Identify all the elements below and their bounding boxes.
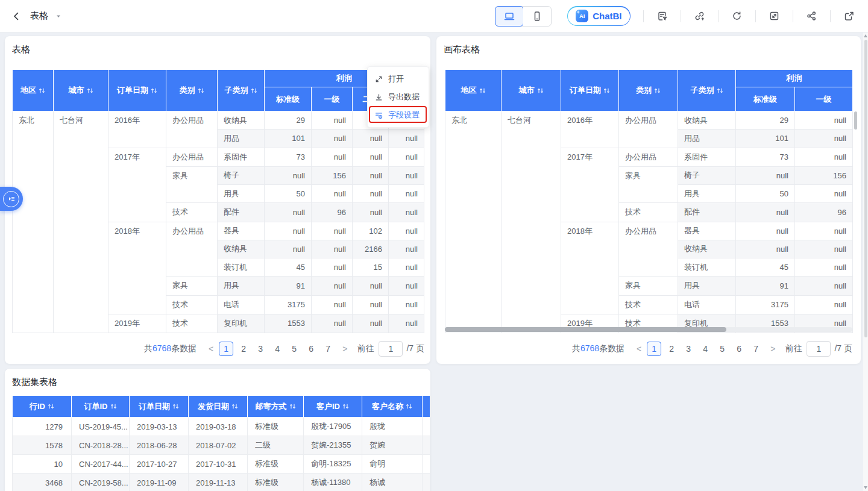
- pivot-value-cell: null: [389, 240, 424, 258]
- page-scrollbar[interactable]: [863, 33, 868, 491]
- page-scrollbar-thumb[interactable]: [864, 40, 867, 337]
- dataset-col-header[interactable]: 邮寄方式: [248, 396, 304, 418]
- dataset-cell: 二级: [248, 436, 304, 455]
- pivot-value-col-header[interactable]: 标准级: [265, 87, 312, 111]
- pivot-subcategory-cell: 配件: [218, 203, 265, 222]
- fullscreen-button[interactable]: [769, 10, 780, 22]
- pivot-col-header[interactable]: 订单日期: [561, 70, 619, 111]
- pivot-value-cell: null: [353, 295, 389, 314]
- menu-item-field-settings[interactable]: 字段设置: [368, 106, 429, 124]
- sort-icon: [151, 87, 157, 94]
- dataset-col-header[interactable]: 客户ID: [304, 396, 362, 418]
- page-button-7[interactable]: 7: [749, 342, 763, 356]
- page-button-1[interactable]: 1: [219, 342, 233, 356]
- dataset-col-header[interactable]: 行ID: [13, 396, 72, 418]
- pivot-row-header-cell: 家具: [619, 277, 678, 295]
- menu-item-export-data[interactable]: 导出数据: [368, 88, 429, 106]
- pivot-col-header[interactable]: 订单日期: [108, 70, 166, 111]
- vertical-scrollbar-thumb[interactable]: [854, 111, 857, 130]
- pivot-row-header-cell: 2018年: [561, 222, 619, 314]
- pivot-subcategory-cell: 器具: [218, 222, 265, 240]
- goto-page-label: 前往: [785, 343, 802, 354]
- table-row: 东北七台河2016年办公用品收纳具29null: [445, 111, 853, 130]
- pivot-col-header[interactable]: 城市: [54, 70, 108, 111]
- sort-icon: [251, 87, 257, 94]
- report-filter-button[interactable]: [656, 10, 668, 22]
- page-button-4[interactable]: 4: [699, 342, 712, 356]
- pivot-col-header[interactable]: 类别: [166, 70, 218, 111]
- horizontal-scrollbar-thumb[interactable]: [445, 327, 726, 332]
- pivot-col-header[interactable]: 子类别: [678, 70, 736, 111]
- dataset-col-header[interactable]: 订单ID: [72, 396, 130, 418]
- pivot-value-cell: 15: [353, 258, 389, 277]
- refresh-button[interactable]: [731, 10, 743, 22]
- pivot-row-header-cell: 2016年: [108, 111, 166, 148]
- prev-page-button[interactable]: <: [633, 344, 645, 354]
- pivot-value-cell: null: [795, 185, 853, 203]
- page-button-5[interactable]: 5: [715, 342, 729, 356]
- list-panel-icon: [3, 191, 19, 207]
- pivot-col-header[interactable]: 地区: [13, 70, 54, 111]
- page-button-3[interactable]: 3: [254, 342, 267, 356]
- page-button-2[interactable]: 2: [237, 342, 250, 356]
- page-button-4[interactable]: 4: [271, 342, 284, 356]
- page-button-3[interactable]: 3: [682, 342, 695, 356]
- scroll-down-arrow[interactable]: [864, 486, 867, 489]
- next-page-button[interactable]: >: [767, 344, 779, 354]
- download-icon: [374, 93, 383, 102]
- pivot-value-cell: null: [265, 240, 312, 258]
- goto-page-input[interactable]: [807, 341, 831, 357]
- dataset-col-header[interactable]: 订单日期: [130, 396, 189, 418]
- pivot-subcategory-cell: 收纳具: [678, 111, 736, 130]
- pivot-row-header-cell: 技术: [619, 203, 678, 222]
- title-dropdown[interactable]: [55, 13, 61, 19]
- desktop-view-button[interactable]: [495, 6, 524, 27]
- pivot-value-cell: 96: [795, 203, 853, 222]
- pivot-value-cell: null: [389, 148, 424, 166]
- dataset-col-header[interactable]: 发货日期: [189, 396, 248, 418]
- total-pages-label: /7 页: [834, 343, 852, 354]
- prev-page-button[interactable]: <: [205, 344, 217, 354]
- page-button-2[interactable]: 2: [665, 342, 678, 356]
- dataset-cell: 标准级: [248, 474, 304, 491]
- next-page-button[interactable]: >: [339, 344, 351, 354]
- back-button[interactable]: [11, 11, 22, 22]
- menu-item-open[interactable]: 打开: [368, 70, 429, 88]
- page-button-1[interactable]: 1: [647, 342, 661, 356]
- pivot-value-col-header[interactable]: 一级: [795, 87, 853, 111]
- pivot-value-col-header[interactable]: 标准级: [736, 87, 795, 111]
- horizontal-scrollbar[interactable]: [445, 327, 852, 332]
- pivot-col-header[interactable]: 类别: [619, 70, 678, 111]
- pivot-value-cell: null: [312, 277, 353, 295]
- topbar-left: 表格: [11, 10, 61, 22]
- total-count-label: 共6768条数据: [144, 343, 197, 354]
- page-button-7[interactable]: 7: [321, 342, 335, 356]
- scroll-up-arrow[interactable]: [864, 34, 867, 37]
- page-title[interactable]: 表格: [30, 10, 48, 22]
- export-button[interactable]: [843, 10, 855, 22]
- pivot-value-cell: null: [353, 314, 389, 333]
- pivot-value-cell: null: [353, 148, 389, 166]
- page-button-6[interactable]: 6: [304, 342, 318, 356]
- page-button-6[interactable]: 6: [732, 342, 746, 356]
- chatbi-button[interactable]: AI ChatBI: [567, 6, 631, 26]
- pivot-value-cell: null: [795, 111, 853, 130]
- pivot-value-cell: null: [736, 166, 795, 184]
- pivot-value-cell: null: [353, 185, 389, 203]
- pivot-value-cell: null: [312, 111, 353, 130]
- pivot-col-header[interactable]: 地区: [445, 70, 502, 111]
- pivot-row-header-cell: 2017年: [108, 148, 166, 222]
- dataset-col-header[interactable]: 客户名称: [362, 396, 423, 418]
- copy-link-button[interactable]: [694, 10, 705, 22]
- pivot-col-header[interactable]: 城市: [502, 70, 561, 111]
- mobile-view-button[interactable]: [523, 7, 551, 26]
- total-count-value: 6768: [580, 343, 599, 353]
- share-button[interactable]: [806, 10, 817, 22]
- pivot-value-cell: null: [312, 130, 353, 148]
- pivot-value-cell: 50: [736, 185, 795, 203]
- goto-page-input[interactable]: [379, 341, 403, 357]
- pivot-subcategory-cell: 椅子: [678, 166, 736, 184]
- page-button-5[interactable]: 5: [288, 342, 301, 356]
- pivot-col-header[interactable]: 子类别: [218, 70, 265, 111]
- pivot-value-col-header[interactable]: 一级: [312, 87, 353, 111]
